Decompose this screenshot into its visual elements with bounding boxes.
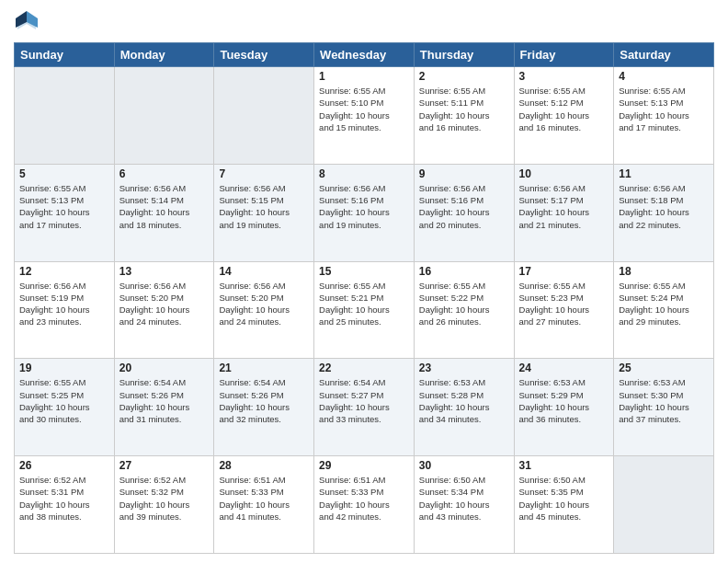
weekday-header-cell: Thursday [414,43,514,67]
calendar-cell: 21Sunrise: 6:54 AM Sunset: 5:26 PM Dayli… [214,359,314,456]
day-number: 18 [619,265,709,278]
day-number: 1 [319,70,409,83]
day-number: 30 [419,459,509,472]
day-number: 6 [119,167,210,180]
day-number: 9 [419,167,509,180]
calendar-week-row: 12Sunrise: 6:56 AM Sunset: 5:19 PM Dayli… [15,261,714,359]
day-number: 29 [319,459,409,472]
weekday-header-cell: Sunday [15,43,115,67]
calendar-cell: 15Sunrise: 6:55 AM Sunset: 5:21 PM Dayli… [314,261,415,359]
day-info: Sunrise: 6:55 AM Sunset: 5:10 PM Dayligh… [319,85,409,133]
day-info: Sunrise: 6:55 AM Sunset: 5:12 PM Dayligh… [519,85,609,133]
calendar-cell: 29Sunrise: 6:51 AM Sunset: 5:33 PM Dayli… [314,456,415,554]
day-number: 10 [519,167,609,180]
day-info: Sunrise: 6:55 AM Sunset: 5:22 PM Dayligh… [419,280,509,328]
day-number: 8 [319,167,409,180]
day-info: Sunrise: 6:54 AM Sunset: 5:26 PM Dayligh… [119,376,210,425]
day-info: Sunrise: 6:50 AM Sunset: 5:34 PM Dayligh… [419,474,509,523]
calendar-cell: 3Sunrise: 6:55 AM Sunset: 5:12 PM Daylig… [514,67,614,165]
day-info: Sunrise: 6:55 AM Sunset: 5:13 PM Dayligh… [19,182,109,231]
calendar-cell: 16Sunrise: 6:55 AM Sunset: 5:22 PM Dayli… [414,261,514,359]
day-info: Sunrise: 6:56 AM Sunset: 5:17 PM Dayligh… [519,182,609,231]
day-number: 5 [19,167,109,180]
calendar-cell: 17Sunrise: 6:55 AM Sunset: 5:23 PM Dayli… [514,261,614,359]
day-info: Sunrise: 6:56 AM Sunset: 5:18 PM Dayligh… [619,182,709,231]
calendar-cell: 9Sunrise: 6:56 AM Sunset: 5:16 PM Daylig… [414,164,514,261]
day-number: 4 [619,70,709,83]
weekday-header-row: SundayMondayTuesdayWednesdayThursdayFrid… [15,43,714,67]
weekday-header-cell: Saturday [614,43,714,67]
day-number: 14 [219,265,309,278]
calendar-cell [214,67,314,165]
calendar-cell: 25Sunrise: 6:53 AM Sunset: 5:30 PM Dayli… [614,359,714,456]
calendar-cell: 27Sunrise: 6:52 AM Sunset: 5:32 PM Dayli… [114,456,214,554]
calendar-cell: 10Sunrise: 6:56 AM Sunset: 5:17 PM Dayli… [514,164,614,261]
calendar-cell: 5Sunrise: 6:55 AM Sunset: 5:13 PM Daylig… [15,164,115,261]
day-info: Sunrise: 6:56 AM Sunset: 5:16 PM Dayligh… [419,182,509,231]
day-info: Sunrise: 6:55 AM Sunset: 5:21 PM Dayligh… [319,280,409,328]
day-info: Sunrise: 6:55 AM Sunset: 5:23 PM Dayligh… [519,280,609,328]
day-info: Sunrise: 6:51 AM Sunset: 5:33 PM Dayligh… [319,474,409,523]
day-info: Sunrise: 6:54 AM Sunset: 5:27 PM Dayligh… [319,376,409,425]
day-number: 2 [419,70,509,83]
calendar-cell: 23Sunrise: 6:53 AM Sunset: 5:28 PM Dayli… [414,359,514,456]
weekday-header-cell: Wednesday [314,43,415,67]
calendar-cell: 20Sunrise: 6:54 AM Sunset: 5:26 PM Dayli… [114,359,214,456]
calendar-cell: 6Sunrise: 6:56 AM Sunset: 5:14 PM Daylig… [114,164,214,261]
calendar-cell: 22Sunrise: 6:54 AM Sunset: 5:27 PM Dayli… [314,359,415,456]
calendar-cell: 18Sunrise: 6:55 AM Sunset: 5:24 PM Dayli… [614,261,714,359]
logo-icon [14,9,40,35]
day-number: 12 [19,265,109,278]
calendar-cell: 30Sunrise: 6:50 AM Sunset: 5:34 PM Dayli… [414,456,514,554]
calendar-cell: 8Sunrise: 6:56 AM Sunset: 5:16 PM Daylig… [314,164,415,261]
calendar-cell: 7Sunrise: 6:56 AM Sunset: 5:15 PM Daylig… [214,164,314,261]
day-info: Sunrise: 6:53 AM Sunset: 5:30 PM Dayligh… [619,376,709,425]
calendar-cell: 31Sunrise: 6:50 AM Sunset: 5:35 PM Dayli… [514,456,614,554]
day-number: 31 [519,459,609,472]
day-info: Sunrise: 6:56 AM Sunset: 5:16 PM Dayligh… [319,182,409,231]
day-number: 19 [19,362,109,374]
day-info: Sunrise: 6:56 AM Sunset: 5:15 PM Dayligh… [219,182,309,231]
day-info: Sunrise: 6:56 AM Sunset: 5:20 PM Dayligh… [219,280,309,328]
day-number: 11 [619,167,709,180]
day-number: 13 [119,265,210,278]
day-number: 7 [219,167,309,180]
calendar-week-row: 1Sunrise: 6:55 AM Sunset: 5:10 PM Daylig… [15,67,714,165]
calendar-cell: 14Sunrise: 6:56 AM Sunset: 5:20 PM Dayli… [214,261,314,359]
header [14,9,714,35]
weekday-header-cell: Friday [514,43,614,67]
day-info: Sunrise: 6:52 AM Sunset: 5:32 PM Dayligh… [119,474,210,523]
calendar-cell [15,67,115,165]
day-info: Sunrise: 6:55 AM Sunset: 5:24 PM Dayligh… [619,280,709,328]
day-info: Sunrise: 6:55 AM Sunset: 5:13 PM Dayligh… [619,85,709,133]
weekday-header-cell: Tuesday [214,43,314,67]
day-number: 28 [219,459,309,472]
calendar-cell: 24Sunrise: 6:53 AM Sunset: 5:29 PM Dayli… [514,359,614,456]
calendar-cell: 4Sunrise: 6:55 AM Sunset: 5:13 PM Daylig… [614,67,714,165]
calendar-table: SundayMondayTuesdayWednesdayThursdayFrid… [14,42,714,554]
weekday-header-cell: Monday [114,43,214,67]
page: SundayMondayTuesdayWednesdayThursdayFrid… [0,0,728,563]
day-number: 16 [419,265,509,278]
day-info: Sunrise: 6:56 AM Sunset: 5:20 PM Dayligh… [119,280,210,328]
calendar-cell: 28Sunrise: 6:51 AM Sunset: 5:33 PM Dayli… [214,456,314,554]
calendar-cell [614,456,714,554]
day-number: 25 [619,362,709,374]
day-number: 20 [119,362,210,374]
day-info: Sunrise: 6:51 AM Sunset: 5:33 PM Dayligh… [219,474,309,523]
calendar-cell: 26Sunrise: 6:52 AM Sunset: 5:31 PM Dayli… [15,456,115,554]
day-number: 17 [519,265,609,278]
logo [14,9,41,35]
calendar-cell: 2Sunrise: 6:55 AM Sunset: 5:11 PM Daylig… [414,67,514,165]
calendar-cell: 1Sunrise: 6:55 AM Sunset: 5:10 PM Daylig… [314,67,415,165]
day-number: 23 [419,362,509,374]
day-number: 3 [519,70,609,83]
day-number: 24 [519,362,609,374]
day-info: Sunrise: 6:53 AM Sunset: 5:29 PM Dayligh… [519,376,609,425]
day-info: Sunrise: 6:56 AM Sunset: 5:14 PM Dayligh… [119,182,210,231]
day-number: 21 [219,362,309,374]
calendar-week-row: 19Sunrise: 6:55 AM Sunset: 5:25 PM Dayli… [15,359,714,456]
day-number: 26 [19,459,109,472]
calendar-cell: 13Sunrise: 6:56 AM Sunset: 5:20 PM Dayli… [114,261,214,359]
calendar-week-row: 5Sunrise: 6:55 AM Sunset: 5:13 PM Daylig… [15,164,714,261]
